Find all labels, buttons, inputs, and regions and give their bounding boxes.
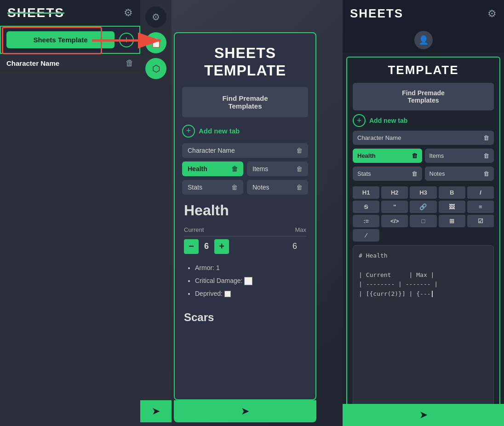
sheets-title-left: SHEETS [7,6,64,20]
tab-stats-right[interactable]: Stats 🗑 [353,167,422,181]
middle-card-panel: SHEETS TEMPLATE Find PremadeTemplates + … [174,32,316,400]
gear-icon-left[interactable]: ⚙ [124,7,133,19]
tab-items-right[interactable]: Items 🗑 [425,149,494,163]
tab-notes-mid[interactable]: Notes 🗑 [247,180,308,195]
red-arrow-svg [87,27,170,54]
format-h1[interactable]: H1 [353,186,379,199]
middle-send-bar: ➤ [174,400,316,422]
hp-labels: Current Max [184,226,306,236]
editor-area[interactable]: # Health| Current | Max || -------- | --… [353,245,494,416]
hp-controls: − 6 + 6 [184,239,306,254]
template-title-right: TEMPLATE [353,63,494,77]
deprived-checkbox[interactable] [224,291,231,297]
format-strikethrough[interactable]: S [353,201,379,213]
tab-trash-health[interactable]: 🗑 [231,165,238,173]
format-checkbox[interactable]: ☑ [467,215,494,227]
critical-damage-checkbox[interactable] [244,277,252,285]
tab-trash-items[interactable]: 🗑 [296,165,303,173]
tab-trash-character[interactable]: 🗑 [296,147,303,154]
health-bullet-list: Armor: 1 Critical Damage: Deprived: [184,261,306,300]
character-name-row: Character Name 🗑 [0,54,140,73]
format-h3[interactable]: H3 [410,186,436,199]
add-new-tab-label-mid[interactable]: Add new tab [199,127,240,135]
sidebar-icon-gear[interactable]: ⚙ [145,6,166,28]
right-user-area: 👤 [343,27,504,53]
tab-notes-right[interactable]: Notes 🗑 [425,167,494,181]
right-tabs-grid-1: Health 🗑 Items 🗑 [353,149,494,163]
gear-icon-right[interactable]: ⚙ [487,8,497,20]
format-table[interactable]: ⊞ [439,215,465,227]
sidebar-icon-bar: ⚙ 📋 ⬡ [140,0,172,426]
red-arrow-container [87,27,170,54]
hp-current-value: 6 [204,242,209,251]
sidebar-icon-dice[interactable]: ⬡ [145,58,166,79]
tabs-section-mid: Character Name 🗑 Health 🗑 Items 🗑 Stats … [175,143,315,195]
find-premade-button-right[interactable]: Find PremadeTemplates [353,83,494,110]
critical-damage-item: Critical Damage: [195,274,306,287]
max-label: Max [295,226,306,233]
send-button-mid[interactable]: ➤ [241,405,249,417]
format-code[interactable]: </> [381,215,408,227]
left-header: SHEETS ⚙ [0,0,140,26]
hp-max-value: 6 [292,242,297,251]
right-content: TEMPLATE Find PremadeTemplates + Add new… [346,57,500,422]
health-section-mid: Health Current Max − 6 + 6 Armor: 1 Crit… [175,195,315,304]
left-panel: SHEETS ⚙ Sheets Template + Character Nam… [0,0,140,426]
tab-row-health-items: Health 🗑 Items 🗑 [182,161,308,176]
middle-card-header: SHEETS TEMPLATE [175,33,315,87]
tab-trash-notes[interactable]: 🗑 [296,184,303,191]
format-block[interactable]: □ [410,215,436,227]
tab-trash-notes-right[interactable]: 🗑 [483,170,489,177]
format-list[interactable]: ≡ [467,201,494,213]
format-link[interactable]: 🔗 [410,201,436,213]
format-bold[interactable]: B [439,186,465,199]
tab-trash-stats-right[interactable]: 🗑 [412,170,418,177]
format-image[interactable]: 🖼 [439,201,465,213]
tab-health-mid[interactable]: Health 🗑 [182,161,243,176]
hp-minus-button[interactable]: − [184,239,199,254]
format-ordered-list[interactable]: := [353,215,379,227]
right-tabs-grid-2: Stats 🗑 Notes 🗑 [353,167,494,181]
right-panel: SHEETS ⚙ 👤 TEMPLATE Find PremadeTemplate… [343,0,504,426]
format-italic[interactable]: I [467,186,494,199]
character-name-label: Character Name [6,59,59,67]
tab-items-mid[interactable]: Items 🗑 [247,161,308,176]
tab-trash-items-right[interactable]: 🗑 [483,152,489,159]
current-label: Current [184,226,204,233]
deprived-item: Deprived: [195,287,306,300]
hp-plus-button[interactable]: + [214,239,229,254]
sidebar-send-bar: ➤ [140,400,172,422]
tab-character-name-mid[interactable]: Character Name 🗑 [182,143,308,158]
tab-character-name-right[interactable]: Character Name 🗑 [353,131,494,145]
editor-content: # Health| Current | Max || -------- | --… [359,252,438,297]
format-formula[interactable]: ⁄ [353,229,379,242]
health-title-mid: Health [184,202,306,219]
add-new-tab-row-mid: + Add new tab [175,123,315,143]
find-premade-button-mid[interactable]: Find PremadeTemplates [182,87,308,117]
format-quote[interactable]: " [381,201,408,213]
tab-stats-mid[interactable]: Stats 🗑 [182,180,243,195]
right-header: SHEETS ⚙ [343,0,504,27]
tab-health-right[interactable]: Health 🗑 [353,149,422,163]
sheets-title-right: SHEETS [350,6,403,21]
add-new-tab-label-right[interactable]: Add new tab [369,117,407,124]
right-send-bar: ➤ [343,404,504,426]
tab-trash-health-right[interactable]: 🗑 [412,152,418,159]
scars-section: Scars [175,304,315,324]
delete-character-button[interactable]: 🗑 [126,58,134,68]
armor-item: Armor: 1 [195,261,306,274]
add-tab-row-right: + Add new tab [353,114,494,127]
tab-trash-char-right[interactable]: 🗑 [483,134,489,141]
tab-row-stats-notes: Stats 🗑 Notes 🗑 [182,180,308,195]
tab-row-character: Character Name 🗑 [182,143,308,158]
sheets-template-title: SHEETS TEMPLATE [184,44,306,80]
format-toolbar: H1 H2 H3 B I S " 🔗 🖼 ≡ := </> □ ⊞ ☑ ⁄ [353,186,494,242]
add-new-tab-circle-right[interactable]: + [353,114,366,127]
send-button-sidebar[interactable]: ➤ [152,405,160,417]
add-new-tab-circle-mid[interactable]: + [182,125,195,138]
format-h2[interactable]: H2 [381,186,408,199]
tab-trash-stats[interactable]: 🗑 [231,184,238,191]
user-avatar: 👤 [414,31,433,49]
send-button-right[interactable]: ➤ [419,409,428,421]
